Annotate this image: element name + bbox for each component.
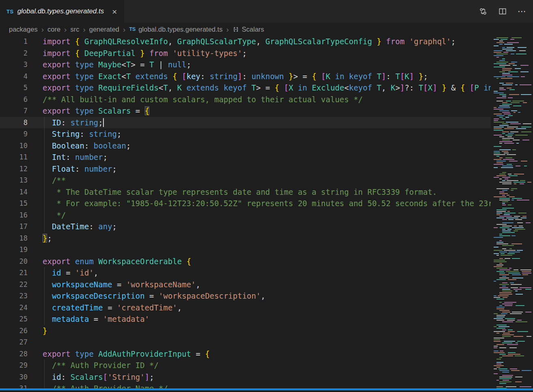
code-line[interactable]: 14 * The DateTime scalar type represents… [0,186,491,198]
code-token: { [205,349,209,358]
code-line[interactable]: 23 workspaceDescription = 'workspaceDesc… [0,290,491,302]
code-line[interactable]: 24 createdTime = 'createdTime', [0,302,491,314]
typescript-file-icon: TS [6,9,14,15]
code-line[interactable]: 2import { DeepPartial } from 'utility-ty… [0,47,491,59]
line-number[interactable]: 27 [0,336,28,348]
line-number[interactable]: 16 [0,209,28,221]
line-number[interactable]: 14 [0,186,28,198]
code-editor[interactable]: 1import { GraphQLResolveInfo, GraphQLSca… [0,36,533,392]
code-line[interactable]: 30 id: Scalars['String']; [0,371,491,383]
line-number[interactable]: 3 [0,59,28,71]
breadcrumb-item-core[interactable]: core [47,26,60,33]
minimap-line [494,313,531,314]
minimap-line [494,266,531,267]
code-token: K [391,83,395,92]
code-token: ; [126,141,131,150]
line-number[interactable]: 6 [0,94,28,106]
line-number[interactable]: 28 [0,348,28,360]
code-line[interactable]: 12 Float: number; [0,163,491,175]
minimap-line [494,140,531,140]
code-line[interactable]: 1import { GraphQLResolveInfo, GraphQLSca… [0,36,491,47]
code-line[interactable]: 19 [0,244,491,256]
indent-guide [44,174,45,186]
close-tab-icon[interactable]: × [111,7,118,16]
code-token: = [298,72,312,81]
code-line[interactable]: 27 [0,336,491,348]
breadcrumb-item-filename[interactable]: TS global.db.types.generated.ts [129,26,222,33]
line-number[interactable]: 1 [0,36,28,47]
line-number[interactable]: 23 [0,290,28,302]
minimap-line [494,214,531,215]
code-line[interactable]: 26} [0,325,491,337]
minimap-line [494,130,531,131]
line-text: createdTime = 'createdTime', [43,302,182,314]
code-line[interactable]: 13 /** [0,174,491,186]
line-number[interactable]: 18 [0,233,28,244]
tab-label: global.db.types.generated.ts [17,7,104,15]
line-number[interactable]: 15 [0,198,28,209]
code-line[interactable]: 9 String: string; [0,128,491,140]
code-line[interactable]: 20export enum WorkspaceOrderable { [0,256,491,267]
code-line[interactable]: 6/** All built-in and custom scalars, ma… [0,94,491,106]
breadcrumb-item-symbol-scalars[interactable]: Scalars [232,26,264,33]
breadcrumb-item-src[interactable]: src [70,26,79,33]
code-token: AddAuthProviderInput [94,349,191,358]
code-line[interactable]: 3export type Maybe<T> = T | null; [0,59,491,71]
breadcrumb-item-packages[interactable]: packages [9,26,38,33]
minimap-line [494,291,531,291]
minimap-line [494,138,531,139]
line-number[interactable]: 5 [0,82,28,94]
line-number[interactable]: 8 [0,117,28,129]
code-line[interactable]: 7export type Scalars = { [0,105,491,117]
line-number[interactable]: 25 [0,313,28,325]
minimap-line [494,378,531,379]
line-number[interactable]: 17 [0,221,28,233]
more-actions-icon[interactable]: ⋯ [518,7,527,16]
code-line[interactable]: 5export type RequireFields<T, K extends … [0,82,491,94]
code-line[interactable]: 28export type AddAuthProviderInput = { [0,348,491,360]
code-line[interactable]: 4export type Exact<T extends { [key: str… [0,71,491,82]
line-number[interactable]: 22 [0,279,28,291]
code-line[interactable]: 18}; [0,233,491,244]
minimap-line [494,44,531,45]
code-line[interactable]: 22 workspaceName = 'workspaceName', [0,279,491,291]
line-number[interactable]: 10 [0,140,28,152]
line-number[interactable]: 26 [0,325,28,337]
line-number[interactable]: 30 [0,371,28,383]
open-changes-icon[interactable] [479,7,488,16]
line-number[interactable]: 20 [0,256,28,267]
minimap-line [494,39,531,40]
line-number[interactable]: 24 [0,302,28,314]
minimap[interactable] [491,36,533,392]
tab-global-db-types-generated[interactable]: TS global.db.types.generated.ts × [0,0,124,23]
minimap-line [494,169,531,170]
code-line[interactable]: 8 ID: string; [0,117,491,129]
split-editor-icon[interactable] [498,7,507,16]
code-line[interactable]: 21 id = 'id', [0,267,491,279]
code-line[interactable]: 11 Int: number; [0,151,491,163]
code-line[interactable]: 25 metadata = 'metadata' [0,313,491,325]
line-number[interactable]: 13 [0,174,28,186]
code-line[interactable]: 29 /** Auth Provider ID */ [0,360,491,371]
code-line[interactable]: 15 * For example: "1985-04-12T23:20:50.5… [0,198,491,209]
line-number[interactable]: 21 [0,267,28,279]
line-number[interactable]: 12 [0,163,28,175]
code-line[interactable]: 17 DateTime: any; [0,221,491,233]
minimap-line [494,365,531,366]
line-number[interactable]: 29 [0,360,28,371]
minimap-line [494,91,531,92]
line-number[interactable]: 2 [0,47,28,59]
line-number[interactable]: 9 [0,128,28,140]
line-number[interactable]: 11 [0,151,28,163]
code-line[interactable]: 16 */ [0,209,491,221]
line-number[interactable]: 19 [0,244,28,256]
minimap-line [494,192,531,192]
code-token [135,49,140,58]
code-line[interactable]: 10 Boolean: boolean; [0,140,491,152]
code-token: P [474,83,479,92]
line-number[interactable]: 4 [0,71,28,82]
line-number[interactable]: 7 [0,105,28,117]
minimap-line [494,245,531,246]
breadcrumb-item-generated[interactable]: generated [89,26,119,33]
minimap-line [494,287,531,288]
